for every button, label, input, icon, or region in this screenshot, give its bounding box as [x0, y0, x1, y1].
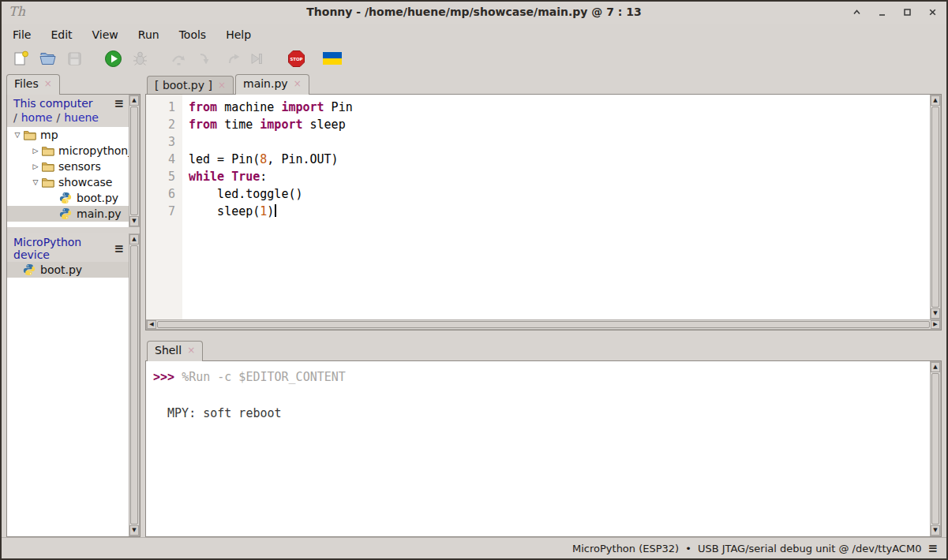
code-token: time [217, 118, 260, 132]
shell-scrollbar[interactable]: ▲ ▼ [930, 361, 941, 536]
code-area[interactable]: from machine import Pinfrom time import … [182, 95, 930, 319]
window-title: Thonny - /home/huene/mp/showcase/main.py… [2, 6, 946, 18]
toolbar: STOP [2, 46, 946, 73]
shell-line [153, 386, 930, 405]
hamburger-icon[interactable]: ≡ [927, 543, 939, 554]
close-icon[interactable]: × [294, 80, 302, 88]
stop-restart-backend-button[interactable]: STOP [286, 49, 307, 70]
code-token: True [231, 170, 260, 184]
tab-main.py[interactable]: main.py× [235, 74, 309, 95]
editor-vscrollbar[interactable]: ▲ ▼ [930, 95, 941, 319]
files-scrollbar[interactable]: ▲ ▼ [129, 95, 140, 227]
tab-shell[interactable]: Shell × [147, 341, 203, 361]
collapse-icon[interactable]: ▽ [30, 178, 41, 186]
tree-item-sensors[interactable]: ▷sensors [7, 159, 129, 174]
shell-tab-label: Shell [155, 344, 182, 357]
hamburger-icon[interactable]: ≡ [114, 98, 126, 109]
code-token: 8 [260, 152, 267, 166]
close-icon[interactable]: × [218, 81, 226, 89]
scrollbar-thumb[interactable] [931, 373, 939, 525]
scrollbar-thumb[interactable] [130, 245, 138, 525]
shell-prompt: >>> [153, 370, 182, 384]
code-line: led.toggle() [189, 185, 930, 203]
scroll-up-icon[interactable]: ▲ [129, 95, 139, 106]
scroll-down-icon[interactable]: ▼ [129, 216, 139, 226]
editor-hscrollbar[interactable]: ◀ ▶ [146, 319, 941, 330]
close-icon[interactable]: × [187, 346, 195, 354]
run-icon [103, 49, 123, 71]
scroll-up-icon[interactable]: ▲ [931, 95, 940, 106]
minimize-icon[interactable] [876, 6, 888, 18]
new-file-button[interactable] [10, 49, 32, 70]
editor-tab-row: [ boot.py ]×main.py× [147, 73, 311, 94]
tab-boot.py[interactable]: [ boot.py ]× [147, 76, 234, 94]
scroll-up-icon[interactable]: ▲ [931, 362, 940, 372]
scroll-down-icon[interactable]: ▼ [931, 308, 940, 319]
breadcrumb-link-huene[interactable]: huene [64, 111, 99, 124]
files-tab-label: Files [14, 77, 39, 90]
run-current-script-button[interactable] [103, 49, 124, 70]
menu-item-view[interactable]: View [91, 27, 120, 43]
folder-icon [23, 129, 36, 141]
menu-item-tools[interactable]: Tools [178, 27, 208, 43]
expand-icon[interactable]: ▷ [30, 147, 41, 155]
tree-item-micropython_rem[interactable]: ▷micropython_rem [7, 143, 129, 159]
code-token [224, 170, 231, 184]
support-ukraine-button[interactable] [321, 49, 343, 70]
collapse-icon[interactable]: ▽ [12, 131, 23, 139]
maximize-icon[interactable] [901, 6, 913, 18]
tree-item-label: boot.py [40, 263, 82, 276]
scroll-left-icon[interactable]: ◀ [147, 320, 156, 329]
tree-item-main.py[interactable]: main.py [7, 206, 129, 222]
tree-item-label: boot.py [77, 192, 118, 204]
scroll-down-icon[interactable]: ▼ [931, 525, 940, 536]
code-line: while True: [189, 168, 930, 185]
tree-item-boot.py[interactable]: boot.py [7, 190, 129, 206]
window-controls [851, 6, 939, 18]
status-port: USB JTAG/serial debug unit @ /dev/ttyACM… [698, 543, 922, 554]
expand-icon[interactable]: ▷ [30, 162, 41, 170]
menu-item-run[interactable]: Run [137, 27, 161, 43]
code-token: from [189, 118, 217, 132]
close-icon[interactable] [927, 6, 939, 18]
scrollbar-thumb[interactable] [130, 106, 138, 215]
tree-item-mp[interactable]: ▽mp [7, 127, 129, 143]
menu-item-file[interactable]: File [11, 27, 32, 43]
scroll-down-icon[interactable]: ▼ [129, 525, 139, 536]
shell-tab-row: Shell × [147, 340, 204, 360]
tree-item-showcase[interactable]: ▽showcase [7, 174, 129, 190]
step-into-icon [197, 50, 215, 70]
open-file-button[interactable] [37, 49, 58, 70]
tree-item-boot.py[interactable]: boot.py [7, 262, 129, 278]
shell-line: >>> %Run -c $EDITOR_CONTENT [153, 368, 930, 386]
code-editor: 1234567 from machine import Pinfrom time… [145, 94, 942, 330]
hamburger-icon[interactable]: ≡ [114, 243, 126, 254]
code-token: import [281, 100, 324, 114]
menu-item-help[interactable]: Help [224, 27, 253, 43]
scroll-right-icon[interactable]: ▶ [931, 320, 940, 329]
python-file-icon [59, 207, 73, 220]
code-token: ) [267, 204, 274, 218]
breadcrumb: /home/huene [7, 110, 129, 127]
scrollbar-thumb[interactable] [931, 106, 939, 308]
scrollbar-thumb[interactable] [157, 321, 930, 328]
files-tab-row: Files × [6, 73, 62, 94]
breadcrumb-separator: / [56, 111, 60, 124]
code-token: sleep [303, 118, 346, 132]
shell-text: MPY: soft reboot [153, 406, 282, 420]
shade-icon[interactable] [851, 6, 863, 18]
code-token: 1 [260, 204, 267, 218]
folder-icon [41, 160, 54, 173]
shell-output[interactable]: >>> %Run -c $EDITOR_CONTENT MPY: soft re… [146, 361, 930, 536]
breadcrumb-link-home[interactable]: home [21, 111, 53, 124]
tab-files[interactable]: Files × [6, 74, 60, 95]
menu-item-edit[interactable]: Edit [49, 27, 73, 43]
close-icon[interactable]: × [44, 80, 52, 88]
code-token: sleep( [189, 204, 260, 218]
device-scrollbar[interactable]: ▲ ▼ [129, 233, 140, 536]
scroll-up-icon[interactable]: ▲ [129, 234, 139, 245]
device-file-tree: boot.py [7, 262, 129, 278]
python-file-icon [23, 263, 36, 276]
editor-tab-label: main.py [243, 77, 288, 90]
tree-item-label: micropython_rem [58, 144, 129, 157]
